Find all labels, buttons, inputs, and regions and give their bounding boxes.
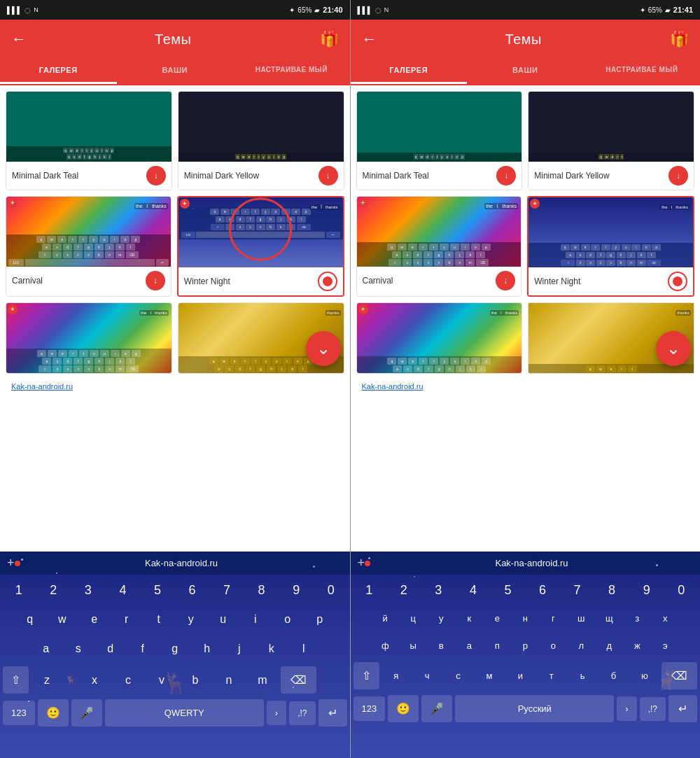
kb-key-0-left[interactable]: 0 [314, 577, 349, 603]
kb-r0-right[interactable]: 0 [664, 577, 699, 603]
theme-minimal-dark-yellow-right[interactable]: q w e r t Minimal Dark Yellow ↓ [528, 91, 694, 190]
kb-а-right[interactable]: а [455, 633, 483, 658]
kb-к-right[interactable]: к [455, 606, 483, 631]
kb-g-left[interactable]: g [160, 636, 190, 662]
kb-r1-left[interactable]: 1 [352, 577, 387, 603]
kb-key-6-left[interactable]: 6 [175, 577, 210, 603]
fab-down-left[interactable]: ⌄ [306, 331, 341, 366]
kb-mic-left[interactable]: 🎤 [71, 699, 102, 727]
download-btn-yellow-right[interactable]: ↓ [668, 166, 688, 185]
kb-del-left[interactable]: ⌫ [281, 666, 316, 694]
kb-key-2-left[interactable]: 2 [36, 577, 71, 603]
kb-о-right[interactable]: о [539, 633, 567, 658]
theme-minimal-dark-teal-left[interactable]: q w e r t y u i o p [6, 91, 172, 190]
theme-gold-right[interactable]: thanks qwert ⌄ [528, 302, 694, 374]
kb-т-right[interactable]: т [537, 664, 565, 688]
kb-key-7-left[interactable]: 7 [209, 577, 244, 603]
theme-carnival-left[interactable]: + the I thanks qwertyuiop asdfghjkl [6, 196, 172, 297]
tab-gallery-right[interactable]: ГАЛЕРЕЯ [351, 59, 468, 84]
tab-gallery-left[interactable]: ГАЛЕРЕЯ [0, 59, 117, 84]
kb-r4-right[interactable]: 4 [456, 577, 491, 603]
kb-ш-right[interactable]: ш [567, 606, 595, 631]
download-btn-teal-right[interactable]: ↓ [496, 166, 516, 185]
kb-с-right[interactable]: с [444, 664, 472, 688]
theme-winter-night-left[interactable]: + the I thanks qwertyuiop [177, 196, 344, 297]
kb-c-left[interactable]: c [113, 667, 144, 694]
kb-y-left[interactable]: y [176, 606, 206, 633]
kb-r9-right[interactable]: 9 [629, 577, 664, 603]
kb-d-left[interactable]: d [95, 636, 126, 662]
kb-123-left[interactable]: 123 [3, 701, 35, 725]
kb-f-left[interactable]: f [127, 636, 158, 662]
kb-shift-right[interactable]: ⇧ [354, 662, 379, 689]
kb-chevron-right[interactable]: › [617, 696, 636, 721]
kb-h-left[interactable]: h [192, 636, 223, 662]
download-btn-carnival-right[interactable]: ↓ [496, 271, 515, 290]
kb-ь-right[interactable]: ь [568, 664, 596, 688]
kb-ф-right[interactable]: ф [371, 633, 399, 658]
kb-key-5-left[interactable]: 5 [140, 577, 175, 603]
theme-minimal-dark-teal-right[interactable]: q w e r t y u i o p [356, 91, 523, 190]
kb-l-left[interactable]: l [288, 636, 319, 662]
theme-colorful-left[interactable]: + the I thanks qwertyuiop asdfghjkl [6, 302, 172, 374]
kb-i-left[interactable]: i [240, 606, 271, 633]
selected-radio-winter-left[interactable] [318, 272, 337, 291]
kb-r-left[interactable]: r [111, 606, 142, 633]
kb-key-1-left[interactable]: 1 [1, 577, 36, 603]
gift-button-right[interactable]: 🎁 [670, 30, 689, 48]
tab-yours-left[interactable]: ВАШИ [117, 59, 234, 84]
theme-gold-left[interactable]: thanks qwertyuiop asdfghjkl [178, 302, 344, 374]
kb-plus-icon-right[interactable]: + [358, 556, 365, 570]
back-button-left[interactable]: ← [11, 30, 27, 48]
kb-д-right[interactable]: д [595, 633, 623, 658]
kb-r8-right[interactable]: 8 [594, 577, 629, 603]
kb-п-right[interactable]: п [483, 633, 511, 658]
fab-down-right[interactable]: ⌄ [656, 331, 691, 366]
kb-л-right[interactable]: л [567, 633, 595, 658]
kb-punct-right[interactable]: ,!? [640, 697, 666, 721]
kb-ч-right[interactable]: ч [413, 664, 441, 688]
ad-link-right[interactable]: Kak-na-android.ru [356, 379, 695, 393]
kb-emoji-left[interactable]: 🙂 [38, 699, 69, 727]
kb-г-right[interactable]: г [539, 606, 567, 631]
kb-chevron-left[interactable]: › [267, 701, 286, 725]
kb-r2-right[interactable]: 2 [386, 577, 421, 603]
download-btn-yellow-left[interactable]: ↓ [318, 166, 338, 185]
kb-ы-right[interactable]: ы [399, 633, 427, 658]
kb-key-3-left[interactable]: 3 [71, 577, 106, 603]
kb-mic-right[interactable]: 🎤 [421, 695, 452, 722]
kb-э-right[interactable]: э [651, 633, 679, 658]
kb-у-right[interactable]: у [427, 606, 455, 631]
kb-n-left[interactable]: n [214, 667, 244, 694]
kb-я-right[interactable]: я [382, 664, 410, 688]
kb-emoji-right[interactable]: 🙂 [388, 695, 419, 722]
kb-ц-right[interactable]: ц [399, 606, 427, 631]
kb-r6-right[interactable]: 6 [525, 577, 560, 603]
kb-б-right[interactable]: б [599, 664, 627, 688]
kb-q-left[interactable]: q [15, 606, 46, 633]
kb-z-left[interactable]: z [31, 667, 62, 694]
kb-в-right[interactable]: в [427, 633, 455, 658]
kb-punct-left[interactable]: ,!? [289, 701, 315, 725]
theme-winter-night-right[interactable]: + the I thanks qwertyuiop asdfghjkl [527, 196, 694, 297]
download-btn-carnival-left[interactable]: ↓ [146, 271, 165, 290]
kb-r7-right[interactable]: 7 [560, 577, 595, 603]
kb-key-4-left[interactable]: 4 [106, 577, 141, 603]
kb-и-right[interactable]: и [506, 664, 534, 688]
theme-colorful-right[interactable]: + the I thanks qwertyuiop asdfghjkl [356, 302, 523, 374]
back-button-right[interactable]: ← [362, 30, 377, 48]
kb-p-left[interactable]: p [304, 606, 335, 633]
ad-link-left[interactable]: Kak-na-android.ru [6, 379, 344, 393]
download-btn-teal-left[interactable]: ↓ [146, 166, 166, 185]
selected-radio-winter-right[interactable] [668, 272, 687, 291]
kb-enter-left[interactable]: ↵ [318, 699, 347, 727]
kb-shift-left[interactable]: ⇧ [3, 666, 29, 694]
kb-з-right[interactable]: з [623, 606, 651, 631]
kb-r5-right[interactable]: 5 [491, 577, 526, 603]
gift-button-left[interactable]: 🎁 [320, 30, 339, 48]
tab-custom-right[interactable]: НАСТРАИВАЕ МЫЙ [584, 59, 701, 84]
kb-м-right[interactable]: м [475, 664, 503, 688]
kb-ж-right[interactable]: ж [623, 633, 651, 658]
kb-123-right[interactable]: 123 [354, 696, 386, 721]
theme-minimal-dark-yellow-left[interactable]: q w e r t y u i o p [178, 91, 344, 190]
